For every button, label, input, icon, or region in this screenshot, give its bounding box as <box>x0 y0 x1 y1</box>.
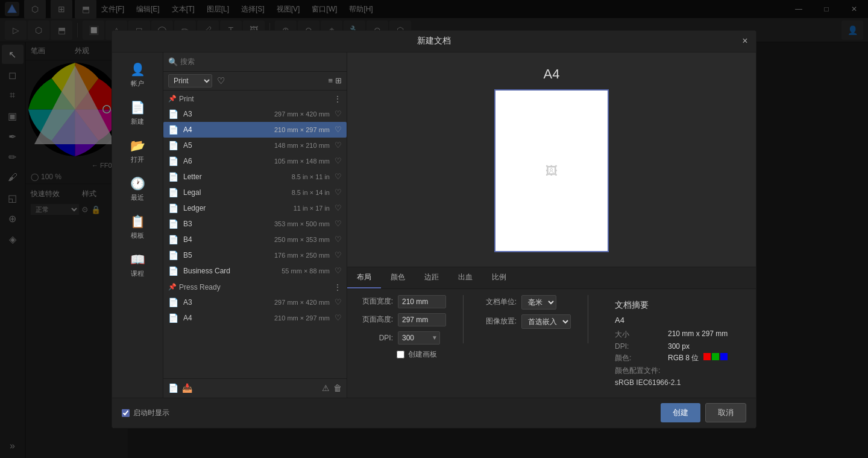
template-fav-b4[interactable]: ♡ <box>335 235 342 244</box>
open-icon: 📂 <box>130 138 145 153</box>
template-fav-a5[interactable]: ♡ <box>335 141 342 150</box>
canvas-placeholder-icon: 🖼 <box>546 164 558 178</box>
doc-units-row: 文档单位: 毫米 像素 英寸 厘米 <box>480 295 571 310</box>
page-width-input[interactable] <box>398 295 446 308</box>
doc-icon-pr-a4: 📄 <box>168 313 178 323</box>
nav-templates[interactable]: 📋 模板 <box>116 209 159 245</box>
template-size-ledger: 11 in × 17 in <box>294 205 330 212</box>
template-fav-a3[interactable]: ♡ <box>335 109 342 118</box>
template-fav-pr-a3[interactable]: ♡ <box>335 297 342 307</box>
doc-icon-ledger: 📄 <box>168 203 178 213</box>
nav-open[interactable]: 📂 打开 <box>116 133 159 169</box>
summary-profile-val: sRGB IEC61966-2.1 <box>615 378 728 387</box>
template-fav-bizcard[interactable]: ♡ <box>335 266 342 275</box>
template-fav-b3[interactable]: ♡ <box>335 219 342 228</box>
preview-canvas: 🖼 <box>494 89 609 252</box>
template-item-a3[interactable]: 📄 A3 297 mm × 420 mm ♡ <box>163 106 347 122</box>
template-item-b4[interactable]: 📄 B4 250 mm × 353 mm ♡ <box>163 232 347 247</box>
add-template-btn[interactable]: 📄 <box>168 383 178 393</box>
template-fav-letter[interactable]: ♡ <box>335 172 342 181</box>
tab-margin[interactable]: 边距 <box>415 267 448 288</box>
template-item-legal[interactable]: 📄 Legal 8.5 in × 14 in ♡ <box>163 185 347 200</box>
template-name-a4: A4 <box>183 126 269 134</box>
page-height-input[interactable] <box>398 313 446 326</box>
pin-icon-2: 📌 <box>168 283 177 291</box>
dialog-titlebar: 新建文档 × <box>112 31 756 52</box>
nav-new[interactable]: 📄 新建 <box>116 95 159 131</box>
create-button[interactable]: 创建 <box>661 403 700 422</box>
template-item-b5[interactable]: 📄 B5 176 mm × 250 mm ♡ <box>163 247 347 263</box>
category-select[interactable]: Print Photo Web Devices All <box>168 74 212 87</box>
doc-icon-a5: 📄 <box>168 141 178 150</box>
doc-icon-a6: 📄 <box>168 156 178 166</box>
dialog-main: A4 🖼 布局 颜色 边距 出血 比例 <box>347 52 756 398</box>
template-size-bizcard: 55 mm × 88 mm <box>281 267 330 275</box>
list-view-btn[interactable]: ≡ <box>328 76 333 85</box>
nav-account[interactable]: 👤 帐户 <box>116 57 159 93</box>
doc-icon-b4: 📄 <box>168 235 178 244</box>
template-name-b3: B3 <box>183 220 269 228</box>
nav-recent[interactable]: 🕐 最近 <box>116 171 159 207</box>
image-placement-row: 图像放置: 首选嵌入 首选链接 <box>480 314 571 329</box>
template-item-ledger[interactable]: 📄 Ledger 11 in × 17 in ♡ <box>163 200 347 216</box>
summary-size-val: 210 mm x 297 mm <box>668 329 728 340</box>
summary-size-row: 大小 210 mm x 297 mm <box>615 329 728 340</box>
template-fav-a4[interactable]: ♡ <box>335 125 342 134</box>
grid-view-btn[interactable]: ⊞ <box>335 76 342 85</box>
summary-profile-key: 颜色配置文件: <box>615 366 663 376</box>
image-placement-select[interactable]: 首选嵌入 首选链接 <box>521 314 571 329</box>
tab-ratio[interactable]: 比例 <box>482 267 516 288</box>
template-size-a6: 105 mm × 148 mm <box>274 157 330 165</box>
tab-layout[interactable]: 布局 <box>347 267 381 288</box>
doc-summary-header: 文档摘要 <box>615 300 728 311</box>
cancel-button[interactable]: 取消 <box>705 403 746 422</box>
startup-label: 启动时显示 <box>133 408 169 418</box>
template-item-letter[interactable]: 📄 Letter 8.5 in × 11 in ♡ <box>163 169 347 185</box>
doc-icon-pr-a3: 📄 <box>168 297 178 307</box>
section-menu-btn-2[interactable]: ⋮ <box>333 282 342 292</box>
artboard-checkbox[interactable] <box>397 351 404 358</box>
template-item-bizcard[interactable]: 📄 Business Card 55 mm × 88 mm ♡ <box>163 263 347 279</box>
template-item-b3[interactable]: 📄 B3 353 mm × 500 mm ♡ <box>163 216 347 232</box>
template-fav-a6[interactable]: ♡ <box>335 156 342 165</box>
template-size-b5: 176 mm × 250 mm <box>274 252 330 259</box>
dpi-label: DPI: <box>357 334 393 342</box>
nav-courses-label: 课程 <box>131 269 144 278</box>
settings-tabs: 布局 颜色 边距 出血 比例 <box>347 267 756 289</box>
templates-toolbar: Print Photo Web Devices All ♡ ≡ ⊞ <box>163 72 347 91</box>
new-doc-dialog: 新建文档 × 👤 帐户 📄 新建 📂 打开 <box>112 30 756 428</box>
artboard-row: 创建画板 <box>357 349 446 360</box>
templates-bottom-bar: 📄 📥 ⚠ 🗑 <box>163 378 347 398</box>
template-item-pr-a3[interactable]: 📄 A3 297 mm × 420 mm ♡ <box>163 294 347 310</box>
dpi-select-wrap: ▼ <box>398 331 440 345</box>
section-menu-btn[interactable]: ⋮ <box>333 94 342 104</box>
import-template-btn[interactable]: 📥 <box>182 383 192 393</box>
summary-color-key: 颜色: <box>615 353 663 363</box>
template-fav-legal[interactable]: ♡ <box>335 188 342 197</box>
template-fav-b5[interactable]: ♡ <box>335 250 342 259</box>
search-input[interactable] <box>180 57 342 66</box>
warning-btn[interactable]: ⚠ <box>322 383 330 393</box>
recent-icon: 🕐 <box>130 176 145 191</box>
template-item-pr-a4[interactable]: 📄 A4 210 mm × 297 mm ♡ <box>163 310 347 326</box>
summary-color-val: RGB 8 位 <box>668 353 728 363</box>
dpi-input[interactable] <box>398 331 440 345</box>
doc-units-select[interactable]: 毫米 像素 英寸 厘米 <box>521 295 556 310</box>
dpi-row: DPI: ▼ <box>357 331 446 345</box>
tab-color[interactable]: 颜色 <box>381 267 415 288</box>
tab-bleed[interactable]: 出血 <box>448 267 482 288</box>
startup-checkbox[interactable] <box>122 409 130 417</box>
summary-color-row: 颜色: RGB 8 位 <box>615 353 728 363</box>
favorites-btn[interactable]: ♡ <box>217 75 225 86</box>
template-fav-ledger[interactable]: ♡ <box>335 203 342 212</box>
settings-content: 页面宽度: 页面高度: DPI: <box>347 289 756 398</box>
nav-courses[interactable]: 📖 课程 <box>116 247 159 283</box>
template-item-a6[interactable]: 📄 A6 105 mm × 148 mm ♡ <box>163 153 347 169</box>
template-fav-pr-a4[interactable]: ♡ <box>335 313 342 322</box>
template-item-a4[interactable]: 📄 A4 210 mm × 297 mm ♡ <box>163 122 347 138</box>
section-pressready-label: Press Ready <box>179 283 221 291</box>
dialog-close-btn[interactable]: × <box>739 35 751 47</box>
page-width-label: 页面宽度: <box>357 296 393 307</box>
delete-template-btn[interactable]: 🗑 <box>333 383 342 393</box>
template-item-a5[interactable]: 📄 A5 148 mm × 210 mm ♡ <box>163 138 347 153</box>
